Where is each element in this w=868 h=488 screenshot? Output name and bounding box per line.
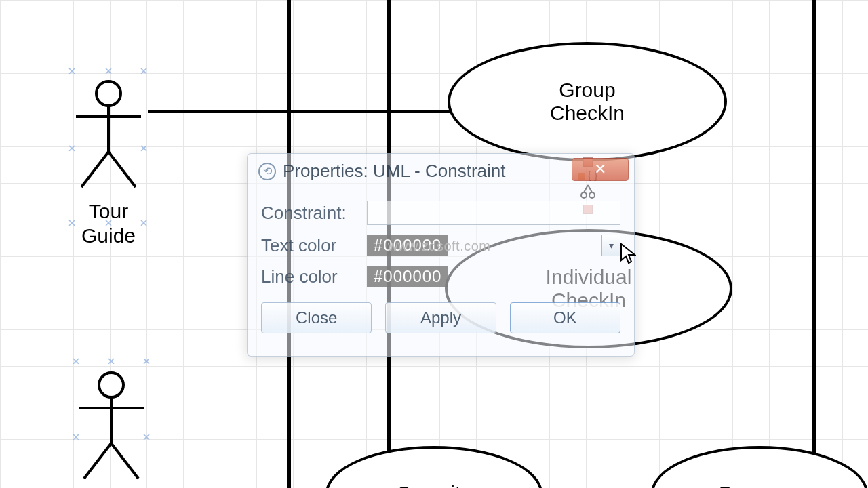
usecase-label: Baggage (719, 482, 800, 488)
selection-marker: × (140, 214, 148, 230)
svg-line-11 (111, 443, 138, 479)
dialog-titlebar[interactable]: ⟲ Properties: UML - Constraint ✕ (248, 154, 634, 186)
text-color-label: Text color (261, 235, 356, 256)
close-button[interactable]: Close (261, 302, 372, 333)
line-color-label: Line color (261, 266, 356, 287)
usecase-label: Group CheckIn (550, 79, 625, 125)
selection-marker: × (142, 352, 151, 369)
constraint-field-label: Constraint: (261, 203, 356, 224)
selection-marker: × (140, 140, 148, 156)
selection-marker: × (72, 352, 80, 369)
dialog-icon: ⟲ (258, 163, 276, 180)
usecase-label: Security (397, 482, 471, 488)
svg-line-5 (81, 152, 108, 187)
actor-stick-figure-icon (71, 370, 152, 485)
selection-marker: × (104, 214, 113, 230)
close-icon: ✕ (594, 161, 606, 178)
watermark-text: www.zdsoft.com (388, 239, 490, 254)
mouse-cursor-icon (620, 243, 636, 264)
actor-stick-figure-icon (68, 79, 149, 194)
selection-marker: × (68, 62, 76, 79)
svg-line-10 (84, 443, 111, 479)
ok-button[interactable]: OK (510, 302, 620, 333)
usecase-group-checkin[interactable]: Group CheckIn (448, 42, 727, 161)
selection-marker: × (104, 62, 113, 79)
dialog-title-text: Properties: UML - Constraint (283, 161, 505, 182)
svg-line-6 (108, 152, 136, 187)
svg-point-2 (96, 81, 121, 106)
selection-marker: × (68, 214, 76, 230)
selection-marker: × (142, 428, 151, 445)
chevron-down-icon: ▾ (609, 240, 614, 251)
text-color-dropdown[interactable]: ▾ (601, 235, 620, 256)
selection-marker: × (140, 62, 148, 79)
dialog-close-button[interactable]: ✕ (572, 158, 629, 181)
selection-marker: × (72, 428, 80, 445)
association-line[interactable] (148, 110, 454, 113)
selection-marker: × (68, 140, 76, 156)
constraint-input[interactable] (367, 201, 620, 225)
system-boundary-right (812, 0, 816, 488)
properties-dialog[interactable]: ⟲ Properties: UML - Constraint ✕ Constra… (247, 153, 635, 357)
selection-marker: × (107, 352, 115, 369)
actor-passenger[interactable] (71, 370, 152, 485)
svg-point-7 (99, 373, 123, 397)
apply-button[interactable]: Apply (385, 302, 496, 333)
line-color-value[interactable]: #000000 (367, 266, 448, 287)
